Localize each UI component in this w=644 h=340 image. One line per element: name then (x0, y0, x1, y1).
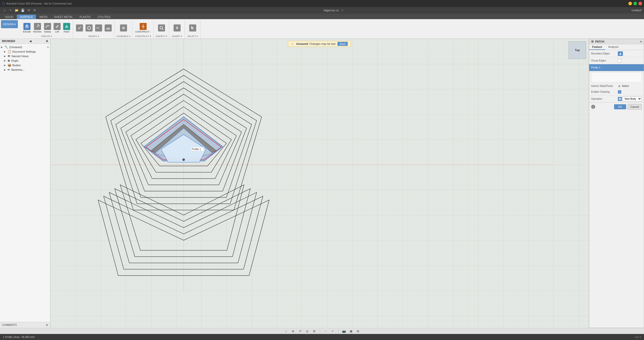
revolve-icon (34, 23, 41, 30)
select-label: Select (622, 85, 629, 87)
tree-item-doc-settings[interactable]: ▶ 📋 Document Settings (0, 49, 50, 54)
insert-icon (174, 24, 181, 31)
tree-settings-unsaved[interactable]: ⚙ (47, 46, 49, 49)
tree-item-named-views[interactable]: ▶ 👁 Named Views (0, 54, 50, 58)
extrude-label: Extrude (23, 30, 31, 33)
untitled-tab: Untitled* (631, 9, 642, 12)
ribbon-tab-plastic[interactable]: PLASTIC (76, 15, 94, 19)
viewport[interactable]: Profile 1 ⚠ Unsaved: Changes may be lost… (50, 39, 589, 328)
modify-btn1[interactable] (75, 24, 84, 32)
titlebar-left: ⬡ Autodesk Fusion 360 (Personal – Not fo… (2, 2, 72, 6)
ribbon-bar: DESIGN ▾ Extrude Revolve Sweep (0, 19, 644, 39)
patch-tab-analysis[interactable]: Analysis (605, 44, 622, 50)
cancel-button[interactable]: Cancel (628, 104, 642, 110)
ok-button[interactable]: OK (614, 104, 626, 109)
create-revolve-button[interactable]: Revolve (32, 22, 43, 33)
tree-item-bodies[interactable]: ▶ 📦 Bodies (0, 63, 50, 67)
bt-display-btn[interactable]: 📷 (341, 329, 346, 333)
qa-redo-button[interactable]: ↻ (32, 8, 37, 13)
patch-close-icon[interactable]: × (640, 40, 642, 43)
qa-undo-button[interactable]: ↺ (26, 8, 31, 13)
operation-label: Operation (591, 97, 616, 100)
save-button[interactable]: Save (337, 42, 348, 46)
maximize-button[interactable]: □ (633, 2, 637, 5)
titlebar-right: − □ × (628, 2, 642, 5)
modify-group-label: MODIFY ▾ (89, 35, 99, 38)
select-btn[interactable] (188, 24, 197, 32)
insert-group-label: INSERT ▾ (172, 35, 182, 38)
insert-btn[interactable] (173, 24, 182, 32)
assemble-btn[interactable] (119, 24, 128, 32)
bt-pan-btn[interactable]: ◎ (305, 329, 310, 333)
tree-item-unsaved[interactable]: ▶ 🔧 (Unsaved) ⚙ (0, 45, 50, 49)
modify-scissors-btn[interactable]: ✂ (94, 24, 103, 32)
construct-btn[interactable]: CONSTRUCT - (134, 22, 152, 33)
tree-item-origin[interactable]: ▶ ⊕ Origin (0, 58, 50, 63)
ribbon-tab-solid[interactable]: SOLID (2, 15, 16, 19)
browser-collapse-icon[interactable]: ◀ (29, 40, 31, 43)
design-dropdown[interactable]: DESIGN ▾ (1, 20, 18, 28)
inspect-group-label: INSPECT ▾ (156, 35, 167, 38)
patch-title: PATCH (595, 40, 604, 43)
bt-zoom-plus[interactable]: + (330, 329, 335, 333)
qa-new-button[interactable]: + (8, 8, 13, 13)
modify-btn3[interactable] (104, 24, 113, 32)
qa-open-button[interactable]: 📂 (14, 8, 19, 13)
bt-add-btn[interactable]: ⊕ (291, 329, 296, 333)
ribbon-tab-mesh[interactable]: MESH (36, 15, 51, 19)
create-sweep-button[interactable]: Sweep (43, 22, 52, 33)
qa-save-button[interactable]: 💾 (20, 8, 25, 13)
ribbon-tab-bar: SOLID SURFACE MESH SHEET METAL PLASTIC U… (0, 14, 644, 19)
bt-home-btn[interactable]: ⌂ (284, 329, 289, 333)
bt-grid-btn[interactable]: ▣ (348, 329, 353, 333)
patch-icon (63, 23, 70, 30)
tree-icon-origin: ⊕ (8, 59, 10, 62)
tree-item-sketches[interactable]: ▶ ✏ Sketches... (0, 67, 50, 72)
create-loft-button[interactable]: Loft (53, 22, 62, 33)
browser-tree: ▶ 🔧 (Unsaved) ⚙ ▶ 📋 Document Settings ▶ … (0, 44, 50, 73)
bt-orbit-btn[interactable]: ↺ (298, 329, 303, 333)
construct-icon (140, 23, 147, 30)
ribbon-tab-sheet-metal[interactable]: SHEET METAL (51, 15, 76, 19)
ribbon-group-create: Extrude Revolve Sweep Loft (20, 20, 73, 39)
patch-tab-feature[interactable]: Feature (589, 44, 605, 50)
close-button[interactable]: × (638, 2, 642, 5)
sweep-label: Sweep (44, 30, 51, 33)
ribbon-group-assemble: ASSEMBLE ▾ (115, 20, 132, 39)
tree-icon-bodies: 📦 (8, 63, 11, 67)
operation-select[interactable]: New Body (622, 96, 642, 101)
sweep-icon (44, 23, 51, 30)
info-button[interactable]: i (591, 105, 595, 109)
tree-icon-doc: 📋 (8, 50, 11, 53)
interior-rails-select-button[interactable]: Select (618, 84, 629, 87)
minimize-button[interactable]: − (628, 2, 632, 5)
ribbon-tab-utilities[interactable]: UTILITIES (95, 15, 113, 19)
ribbon-tab-surface[interactable]: SURFACE (17, 15, 36, 19)
enable-chaining-checkbox[interactable]: ✓ (618, 90, 621, 94)
bt-zoom-btn[interactable]: ⊞ (312, 329, 317, 333)
view-cube-container: Top (569, 41, 586, 59)
quick-access-toolbar: ⌂ + 📂 💾 ↺ ↻ fidget-toy v1 × Untitled* (0, 7, 644, 14)
comments-label: COMMENTS (2, 324, 17, 326)
qa-home-button[interactable]: ⌂ (2, 8, 7, 13)
svg-point-10 (160, 26, 163, 29)
svg-line-11 (162, 29, 163, 30)
comments-icon[interactable]: ⚙ (46, 324, 48, 326)
main-area: BROWSER ◀ ⚙ ▶ 🔧 (Unsaved) ⚙ ▶ 📋 Document… (0, 39, 644, 328)
tree-arrow-views: ▶ (4, 55, 7, 57)
inspect-btn[interactable] (157, 24, 166, 32)
boundary-edges-button[interactable] (618, 51, 623, 56)
profile-row: Profile 1 (589, 64, 644, 71)
tree-label-views: Named Views (12, 55, 29, 58)
group-edges-checkbox[interactable] (618, 59, 621, 62)
bt-view-btn[interactable]: ⊞ (355, 329, 360, 333)
create-patch-button[interactable]: Patch (62, 22, 71, 33)
close-tab-button[interactable]: × (340, 8, 345, 13)
view-cube[interactable]: Top (569, 41, 586, 59)
modify-btn2[interactable] (85, 24, 94, 32)
group-edges-field: Group Edges (589, 57, 644, 64)
browser-settings-icon[interactable]: ⚙ (46, 40, 48, 43)
create-extrude-button[interactable]: Extrude (22, 22, 32, 33)
bt-zoom-minus[interactable]: − (323, 329, 328, 333)
status-right: mm ▾ (635, 336, 641, 338)
